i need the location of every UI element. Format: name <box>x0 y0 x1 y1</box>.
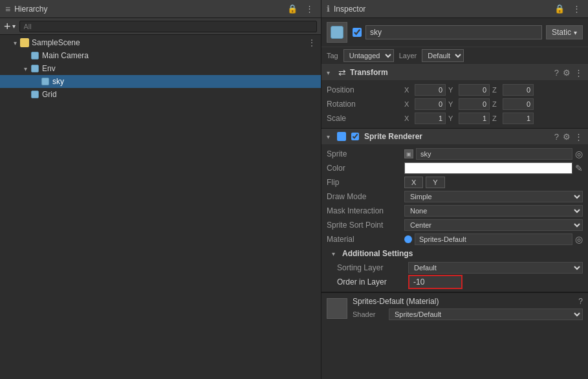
grid-icon <box>30 89 40 100</box>
position-x-input[interactable] <box>415 84 446 96</box>
material-value-row: ◎ <box>404 233 583 245</box>
material-section-header-row: Sprites-Default (Material) ? <box>353 297 583 306</box>
sprite-renderer-header[interactable]: ▾ Sprite Renderer ? ⚙ ⋮ <box>321 129 588 144</box>
grid-label: Grid <box>42 90 57 99</box>
sorting-layer-select[interactable]: Default <box>408 262 583 274</box>
rotation-x-input[interactable] <box>415 98 446 110</box>
order-in-layer-wrapper <box>408 275 463 289</box>
inspector-more-button[interactable]: ⋮ <box>571 4 583 14</box>
sprite-renderer-title: Sprite Renderer <box>364 132 552 141</box>
shader-select[interactable]: Sprites/Default <box>389 309 583 320</box>
material-picker-icon[interactable]: ◎ <box>575 234 583 244</box>
scale-z-label: Z <box>492 114 500 122</box>
object-name-input[interactable] <box>365 25 542 39</box>
position-y-input[interactable] <box>459 84 490 96</box>
scale-label: Scale <box>327 114 404 123</box>
scene-label: SampleScene <box>32 38 80 47</box>
hierarchy-more-button[interactable]: ⋮ <box>303 4 316 14</box>
order-in-layer-input[interactable] <box>409 276 461 288</box>
transform-body: Position X Y Z Rotation X <box>321 80 588 128</box>
hierarchy-lock-button[interactable]: 🔒 <box>285 4 299 14</box>
sprite-sort-point-select[interactable]: Center <box>404 219 583 231</box>
sprite-name-input[interactable] <box>416 148 572 160</box>
sprite-collapse-icon: ▾ <box>327 133 334 140</box>
inspector-lock-button[interactable]: 🔒 <box>552 4 567 14</box>
rotation-row: Rotation X Y Z <box>321 97 588 111</box>
hierarchy-search-input[interactable] <box>19 21 317 32</box>
scale-y-input[interactable] <box>459 113 490 124</box>
sprite-picker-icon[interactable]: ◎ <box>575 149 583 159</box>
transform-more-icon[interactable]: ⋮ <box>574 68 583 78</box>
sky-icon <box>40 76 50 87</box>
hierarchy-toolbar: + ▾ <box>0 18 321 35</box>
tag-select[interactable]: Untagged <box>343 49 394 62</box>
sprite-settings-icon[interactable]: ⚙ <box>563 132 571 142</box>
color-prop-label: Color <box>327 164 404 173</box>
mask-interaction-label: Mask Interaction <box>327 206 404 215</box>
additional-settings-collapse-icon: ▾ <box>332 250 340 257</box>
transform-title: Transform <box>350 68 552 77</box>
scale-values: X Y Z <box>404 113 583 124</box>
tree-item-grid[interactable]: ▶ Grid <box>0 88 321 101</box>
inspector-panel: ℹ Inspector 🔒 ⋮ Static ▾ Tag <box>321 0 588 379</box>
color-picker-icon[interactable]: ✎ <box>575 163 583 173</box>
sprite-renderer-enabled-checkbox[interactable] <box>351 133 359 140</box>
sprite-renderer-icon <box>337 132 346 141</box>
object-enabled-checkbox[interactable] <box>353 28 362 37</box>
layer-label: Layer <box>399 52 417 60</box>
sky-arrow: ▶ <box>31 78 40 85</box>
transform-header[interactable]: ▾ ⇄ Transform ? ⚙ ⋮ <box>321 65 588 80</box>
sprite-sort-point-label: Sprite Sort Point <box>327 221 404 230</box>
transform-help-icon[interactable]: ? <box>554 68 559 78</box>
material-dot-icon <box>404 235 412 243</box>
material-input[interactable] <box>415 233 572 245</box>
add-arrow-icon: ▾ <box>12 23 16 30</box>
draw-mode-select[interactable]: Simple <box>404 191 583 202</box>
transform-settings-icon[interactable]: ⚙ <box>563 68 571 78</box>
inspector-title: Inspector <box>334 5 365 14</box>
position-values: X Y Z <box>404 84 583 96</box>
flip-prop-label: Flip <box>327 178 404 187</box>
static-button[interactable]: Static ▾ <box>546 25 583 39</box>
scale-row: Scale X Y Z <box>321 111 588 125</box>
additional-settings-header[interactable]: ▾ Additional Settings <box>321 246 588 261</box>
tree-item-scene[interactable]: ▾ SampleScene ⋮ <box>0 36 321 49</box>
scale-x-input[interactable] <box>415 113 446 124</box>
scale-z-input[interactable] <box>503 113 534 124</box>
sprite-help-icon[interactable]: ? <box>554 132 559 142</box>
sorting-layer-label: Sorting Layer <box>337 263 408 272</box>
inspector-header-icons: 🔒 ⋮ <box>552 4 583 14</box>
flip-buttons: X Y <box>404 177 445 188</box>
scene-icon <box>19 38 30 48</box>
hierarchy-title: Hierarchy <box>14 5 47 14</box>
static-label: Static <box>552 28 571 37</box>
order-in-layer-label: Order in Layer <box>337 277 408 287</box>
sprite-more-icon[interactable]: ⋮ <box>574 132 583 142</box>
add-object-button[interactable]: + ▾ <box>4 21 16 32</box>
tree-item-env[interactable]: ▾ Env <box>0 62 321 75</box>
mask-interaction-select[interactable]: None <box>404 205 583 217</box>
flip-y-button[interactable]: Y <box>426 177 444 188</box>
tree-item-maincamera[interactable]: ▶ Main Camera <box>0 49 321 62</box>
rotation-z-input[interactable] <box>503 98 534 110</box>
transform-component: ▾ ⇄ Transform ? ⚙ ⋮ Position X Y <box>321 65 588 129</box>
tree-item-sky[interactable]: ▶ sky <box>0 75 321 88</box>
hierarchy-panel: ≡ Hierarchy 🔒 ⋮ + ▾ ▾ SampleScene ⋮ <box>0 0 321 379</box>
position-z-input[interactable] <box>503 84 534 96</box>
mask-interaction-row: Mask Interaction None <box>321 204 588 218</box>
material-help-icon[interactable]: ? <box>578 297 583 306</box>
transform-collapse-icon: ▾ <box>327 69 334 76</box>
pos-x-label: X <box>404 86 412 94</box>
rotation-label: Rotation <box>327 100 404 109</box>
color-swatch[interactable] <box>404 162 572 174</box>
rotation-y-input[interactable] <box>459 98 490 110</box>
transform-actions: ? ⚙ ⋮ <box>554 68 583 78</box>
object-icon-box <box>327 22 347 43</box>
sprite-prop-label: Sprite <box>327 149 404 158</box>
material-section-info: Sprites-Default (Material) ? Shader Spri… <box>353 297 583 320</box>
flip-x-button[interactable]: X <box>404 177 423 188</box>
rot-y-label: Y <box>448 100 456 108</box>
material-label: Material <box>327 235 404 244</box>
layer-select[interactable]: Default <box>422 49 464 62</box>
tag-label: Tag <box>327 52 338 60</box>
